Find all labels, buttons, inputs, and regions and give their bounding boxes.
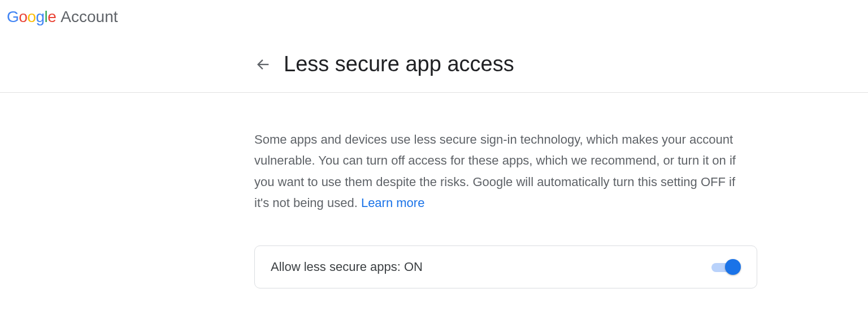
content-area: Some apps and devices use less secure si… xyxy=(0,93,757,288)
description-text: Some apps and devices use less secure si… xyxy=(254,129,752,214)
learn-more-link[interactable]: Learn more xyxy=(361,196,425,210)
less-secure-toggle[interactable] xyxy=(711,261,741,273)
toggle-thumb xyxy=(725,259,741,275)
description-body: Some apps and devices use less secure si… xyxy=(254,132,736,210)
back-arrow-icon[interactable] xyxy=(254,55,272,74)
page-title: Less secure app access xyxy=(284,52,514,76)
toggle-label: Allow less secure apps: ON xyxy=(271,260,423,274)
toggle-card: Allow less secure apps: ON xyxy=(254,245,757,288)
title-row: Less secure app access xyxy=(0,36,868,93)
app-header: Google Account xyxy=(0,0,868,36)
google-logo: Google xyxy=(7,8,56,26)
account-label: Account xyxy=(60,8,118,26)
